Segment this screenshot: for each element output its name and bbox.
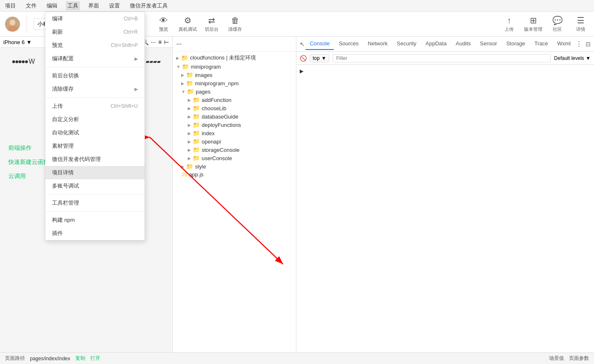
menu-item-material[interactable]: 素材管理 bbox=[45, 139, 144, 153]
upload-button[interactable]: ↑ 上传 bbox=[501, 16, 517, 32]
menu-item-build-npm[interactable]: 构建 npm bbox=[45, 213, 144, 227]
tree-item-appjs[interactable]: JS app.js bbox=[173, 171, 296, 178]
tab-network[interactable]: Network bbox=[364, 38, 392, 50]
menu-item-multi-account[interactable]: 多账号调试 bbox=[45, 179, 144, 193]
menu-project[interactable]: 项目 bbox=[3, 1, 17, 10]
console-filter-input[interactable] bbox=[333, 54, 551, 62]
devtools-dock-icon[interactable]: ⊡ bbox=[586, 41, 591, 47]
tab-sensor[interactable]: Sensor bbox=[476, 38, 501, 50]
tree-item-openapi[interactable]: ▶ 📁 openapi bbox=[173, 137, 296, 146]
folder-icon-7: 📁 bbox=[193, 105, 200, 111]
file-panel-more[interactable]: ··· bbox=[176, 40, 181, 48]
tree-item-databaseguide[interactable]: ▶ 📁 databaseGuide bbox=[173, 112, 296, 121]
menu-upload-shortcut: Ctrl+Shift+U bbox=[111, 103, 138, 109]
tree-item-images[interactable]: ▶ 📁 images bbox=[173, 71, 296, 79]
tree-arrow-6: ▶ bbox=[188, 98, 191, 102]
console-context-select[interactable]: top ▼ bbox=[310, 54, 329, 62]
tab-security[interactable]: Security bbox=[393, 38, 420, 50]
tree-arrow-11: ▶ bbox=[188, 139, 191, 144]
tree-item-chooselib[interactable]: ▶ 📁 chooseLib bbox=[173, 104, 296, 112]
preview-button[interactable]: 👁 预览 bbox=[155, 16, 172, 32]
tab-console[interactable]: Console bbox=[306, 38, 334, 50]
menu-file[interactable]: 文件 bbox=[24, 1, 38, 10]
detail-button[interactable]: ☰ 详情 bbox=[572, 15, 589, 32]
tree-item-miniprogram[interactable]: ▼ 📁 miniprogram bbox=[173, 62, 296, 71]
tree-arrow-5: ▼ bbox=[181, 89, 185, 94]
copy-button[interactable]: 复制 bbox=[75, 355, 85, 362]
tab-sources[interactable]: Sources bbox=[335, 38, 363, 50]
community-button[interactable]: 💬 社区 bbox=[549, 15, 566, 32]
version-manage-icon: ⊞ bbox=[530, 15, 537, 25]
menu-wechat-devtools[interactable]: 微信开发者工具 bbox=[128, 1, 169, 10]
menu-compile-shortcut: Ctrl+B bbox=[124, 16, 138, 22]
tree-item-storageconsole[interactable]: ▶ 📁 storageConsole bbox=[173, 146, 296, 154]
tree-item-style[interactable]: ▶ 📁 style bbox=[173, 162, 296, 171]
menu-item-upload[interactable]: 上传 Ctrl+Shift+U bbox=[45, 99, 144, 113]
console-content: ▶ bbox=[296, 65, 594, 364]
tab-trace[interactable]: Trace bbox=[530, 38, 552, 50]
tree-item-addfunction[interactable]: ▶ 📁 addFunction bbox=[173, 96, 296, 104]
tree-arrow-3: ▶ bbox=[181, 73, 184, 77]
menu-tools[interactable]: 工具 bbox=[66, 1, 80, 10]
sim-icon-6[interactable]: ⊢ bbox=[164, 39, 169, 45]
tree-label-cloudfunctions: cloudfunctions | 未指定环境 bbox=[190, 54, 256, 62]
menu-item-compile-config[interactable]: 编译配置 ▶ bbox=[45, 52, 144, 65]
menu-interface[interactable]: 界面 bbox=[87, 1, 101, 10]
switch-backend-button[interactable]: ⇄ 切后台 bbox=[204, 15, 220, 32]
preview-label: 预览 bbox=[159, 26, 168, 32]
menu-sep-1 bbox=[45, 67, 144, 67]
tab-audits[interactable]: Audits bbox=[452, 38, 475, 50]
page-params-button[interactable]: 页面参数 bbox=[569, 355, 589, 362]
device-select[interactable]: iPhone 6 ▼ bbox=[3, 39, 32, 45]
menu-settings[interactable]: 设置 bbox=[107, 1, 122, 10]
tree-arrow-7: ▶ bbox=[188, 106, 191, 111]
tab-appdata[interactable]: AppData bbox=[421, 38, 451, 50]
folder-icon-9: 📁 bbox=[193, 121, 200, 128]
devtools-selector-icon[interactable]: ↖ bbox=[300, 41, 305, 47]
folder-icon: 📁 bbox=[181, 54, 188, 61]
menu-custom-analysis-label: 自定义分析 bbox=[52, 116, 79, 123]
svg-point-1 bbox=[10, 20, 15, 25]
real-debug-button[interactable]: ⚙ 真机调试 bbox=[179, 15, 197, 32]
sim-icon-5[interactable]: ≡ bbox=[158, 39, 162, 45]
tree-item-userconsole[interactable]: ▶ 📁 userConsole bbox=[173, 154, 296, 162]
console-context-label: top bbox=[313, 55, 320, 61]
console-levels-select[interactable]: Default levels ▼ bbox=[554, 55, 591, 61]
tree-item-deployfunctions[interactable]: ▶ 📁 deployFunctions bbox=[173, 121, 296, 129]
tree-item-index[interactable]: ▶ 📁 index bbox=[173, 129, 296, 137]
menu-item-plugin[interactable]: 插件 bbox=[45, 227, 144, 240]
tab-wxml[interactable]: Wxml bbox=[553, 38, 575, 50]
menu-item-custom-analysis[interactable]: 自定义分析 bbox=[45, 113, 144, 126]
clear-cache-button[interactable]: 🗑 清缓存 bbox=[227, 16, 244, 32]
menu-item-project-detail[interactable]: 项目详情 bbox=[45, 166, 144, 179]
version-manage-button[interactable]: ⊞ 版本管理 bbox=[524, 15, 542, 32]
menu-item-switch[interactable]: 前后台切换 bbox=[45, 69, 144, 82]
scene-button[interactable]: 场景值 bbox=[549, 355, 564, 362]
file-panel: ··· ▶ 📁 cloudfunctions | 未指定环境 ▼ 📁 minip… bbox=[173, 37, 296, 364]
menu-item-autotest[interactable]: 自动化测试 bbox=[45, 126, 144, 139]
tree-item-miniprogram-npm[interactable]: ▶ 📁 miniprogram_npm bbox=[173, 79, 296, 87]
devtools-more-icon[interactable]: ⋮ bbox=[576, 40, 582, 48]
menu-item-toolbar-manage[interactable]: 工具栏管理 bbox=[45, 196, 144, 210]
menu-item-clear-cache[interactable]: 清除缓存 ▶ bbox=[45, 82, 144, 96]
menu-item-refresh[interactable]: 刷新 Ctrl+R bbox=[45, 25, 144, 39]
tree-arrow-13: ▶ bbox=[188, 156, 191, 161]
folder-icon-10: 📁 bbox=[193, 130, 200, 136]
menu-plugin-label: 插件 bbox=[52, 230, 63, 237]
menu-edit[interactable]: 编辑 bbox=[45, 1, 59, 10]
tree-item-pages[interactable]: ▼ 📁 pages bbox=[173, 87, 296, 96]
console-prompt[interactable]: ▶ bbox=[300, 68, 303, 74]
sim-icon-more[interactable]: ··· bbox=[151, 39, 156, 45]
tree-arrow-14: ▶ bbox=[181, 164, 184, 169]
open-button[interactable]: 打开 bbox=[90, 355, 100, 362]
tab-storage[interactable]: Storage bbox=[502, 38, 529, 50]
tree-item-cloudfunctions[interactable]: ▶ 📁 cloudfunctions | 未指定环境 bbox=[173, 53, 296, 62]
detail-icon: ☰ bbox=[577, 15, 584, 25]
menu-item-compile[interactable]: 编译 Ctrl+B bbox=[45, 12, 144, 25]
console-clear-icon[interactable]: 🚫 bbox=[300, 55, 306, 62]
tools-dropdown-menu: 编译 Ctrl+B 刷新 Ctrl+R 预览 Ctrl+Shift+P 编译配置… bbox=[45, 12, 145, 240]
menu-preview-label: 预览 bbox=[52, 42, 63, 49]
tree-label-images: images bbox=[195, 72, 212, 78]
menu-item-code-manage[interactable]: 微信开发者代码管理 bbox=[45, 153, 144, 166]
menu-item-preview[interactable]: 预览 Ctrl+Shift+P bbox=[45, 39, 144, 52]
